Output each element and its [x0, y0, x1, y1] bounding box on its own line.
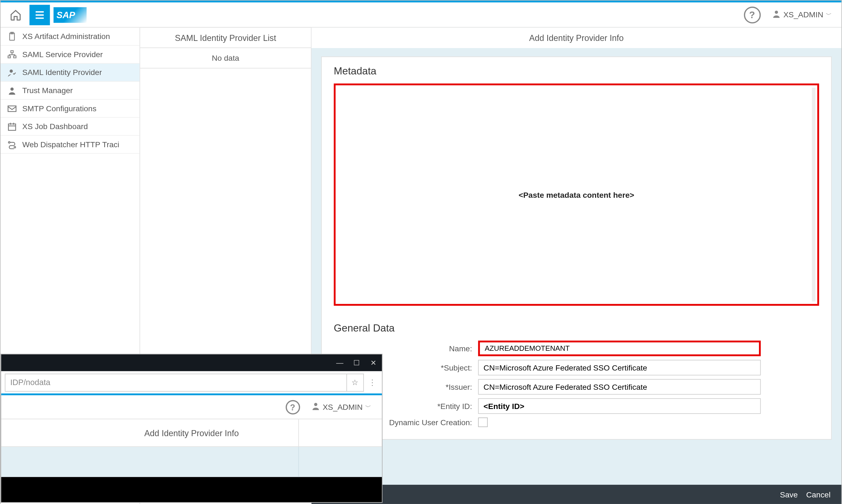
kebab-menu-icon[interactable]: ⋮ — [366, 378, 378, 387]
cancel-button[interactable]: Cancel — [806, 490, 831, 499]
footer-bar: Save Cancel — [312, 485, 841, 504]
top-toolbar: SAP ? XS_ADMIN ﹀ — [1, 1, 841, 28]
svg-point-10 — [11, 87, 14, 90]
svg-point-3 — [775, 11, 778, 14]
sidebar-item-label: Trust Manager — [22, 86, 73, 95]
sidebar-item-label: SMTP Configurations — [22, 104, 97, 113]
svg-rect-6 — [11, 50, 13, 52]
svg-point-18 — [314, 403, 317, 406]
sidebar-item-label: SAML Service Provider — [22, 50, 103, 59]
sap-logo: SAP — [54, 7, 87, 22]
chevron-down-icon: ﹀ — [365, 403, 371, 411]
sidebar-item-saml-idp[interactable]: SAML Identity Provider — [1, 64, 139, 82]
sidebar-item-label: XS Artifact Administration — [22, 32, 110, 41]
sidebar-item-trust-manager[interactable]: Trust Manager — [1, 82, 139, 100]
envelope-icon — [6, 103, 17, 114]
svg-rect-7 — [8, 55, 11, 57]
menu-icon[interactable] — [30, 4, 50, 25]
scrollbar[interactable] — [812, 88, 815, 302]
entity-id-input[interactable] — [478, 398, 761, 414]
route-icon — [6, 139, 17, 150]
user-label: XS_ADMIN — [784, 10, 823, 19]
person-check-icon — [6, 67, 17, 78]
person-icon — [771, 9, 781, 21]
issuer-input[interactable] — [478, 379, 761, 395]
sidebar-item-saml-sp[interactable]: SAML Service Provider — [1, 46, 139, 64]
sidebar-item-label: Web Dispatcher HTTP Traci — [22, 140, 119, 149]
svg-rect-12 — [8, 124, 16, 130]
dynamic-user-checkbox[interactable] — [478, 417, 488, 427]
metadata-textarea[interactable]: <Paste metadata content here> — [334, 84, 819, 306]
maximize-icon[interactable]: ☐ — [348, 354, 365, 371]
clipboard-icon — [6, 31, 17, 42]
svg-point-16 — [8, 141, 10, 143]
general-data-heading: General Data — [334, 322, 819, 335]
sidebar-item-smtp[interactable]: SMTP Configurations — [1, 100, 139, 118]
person-icon — [311, 401, 320, 413]
metadata-heading: Metadata — [334, 65, 819, 77]
svg-point-17 — [14, 146, 16, 148]
name-input[interactable] — [478, 341, 761, 356]
bookmark-star-icon[interactable]: ☆ — [347, 373, 364, 391]
content-title: Add Identity Provider Info — [312, 28, 841, 48]
svg-rect-8 — [14, 55, 16, 57]
sidebar-item-web-dispatcher[interactable]: Web Dispatcher HTTP Traci — [1, 136, 139, 154]
sidebar-item-xs-artifact[interactable]: XS Artifact Administration — [1, 28, 139, 46]
svg-rect-11 — [8, 106, 16, 111]
help-icon[interactable]: ? — [743, 6, 760, 23]
metadata-placeholder: <Paste metadata content here> — [519, 190, 634, 199]
help-icon[interactable]: ? — [286, 400, 300, 414]
popup-window: — ☐ ✕ ☆ ⋮ ? XS_ADMIN ﹀ Add Identity Prov… — [1, 354, 382, 503]
home-icon[interactable] — [5, 4, 26, 25]
sidebar-item-label: XS Job Dashboard — [22, 122, 88, 131]
idp-list-empty: No data — [140, 48, 311, 68]
close-icon[interactable]: ✕ — [365, 354, 382, 371]
minimize-icon[interactable]: — — [331, 354, 348, 371]
url-input[interactable] — [5, 373, 347, 391]
idp-list-header: SAML Identity Provider List — [140, 28, 311, 48]
sidebar-item-label: SAML Identity Provider — [22, 68, 102, 77]
popup-title: Add Identity Provider Info — [1, 419, 382, 447]
window-controls: — ☐ ✕ — [1, 354, 382, 371]
person-icon — [6, 85, 17, 95]
user-menu[interactable]: XS_ADMIN ﹀ — [306, 401, 376, 413]
sidebar-item-job-dashboard[interactable]: XS Job Dashboard — [1, 118, 139, 136]
calendar-icon — [6, 121, 17, 132]
chevron-down-icon: ﹀ — [826, 11, 832, 19]
popup-footer — [1, 477, 382, 502]
content-panel: Add Identity Provider Info Metadata <Pas… — [312, 28, 841, 504]
name-label: Name: — [334, 344, 478, 353]
org-icon — [6, 49, 17, 59]
svg-point-9 — [10, 69, 13, 73]
user-menu[interactable]: XS_ADMIN ﹀ — [767, 9, 837, 21]
save-button[interactable]: Save — [780, 490, 798, 499]
user-label: XS_ADMIN — [323, 402, 362, 411]
subject-input[interactable] — [478, 360, 761, 376]
